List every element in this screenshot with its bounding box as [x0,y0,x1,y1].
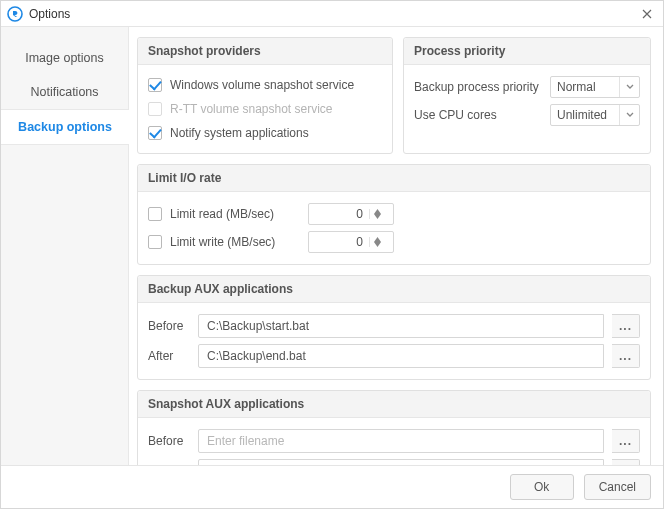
panel-snapshot-providers: Snapshot providers Windows volume snapsh… [137,37,393,154]
input-backup-before[interactable]: C:\Backup\start.bat [198,314,604,338]
footer: Ok Cancel [1,465,663,508]
options-window: Options Image options Notifications Back… [0,0,664,509]
input-limit-write[interactable] [309,235,369,249]
panel-title: Process priority [404,38,650,65]
browse-button[interactable]: ... [612,314,640,338]
arrow-down-icon[interactable] [370,242,385,247]
close-button[interactable] [637,4,657,24]
window-title: Options [29,7,637,21]
sidebar: Image options Notifications Backup optio… [1,27,129,465]
select-priority[interactable]: Normal [550,76,640,98]
label-windows-vss: Windows volume snapshot service [170,78,354,92]
label-cores: Use CPU cores [414,108,542,122]
panel-title: Limit I/O rate [138,165,650,192]
panel-process-priority: Process priority Backup process priority… [403,37,651,154]
label-before: Before [148,319,190,333]
arrow-down-icon[interactable] [370,214,385,219]
browse-button[interactable]: ... [612,429,640,453]
input-backup-after[interactable]: C:\Backup\end.bat [198,344,604,368]
input-limit-read[interactable] [309,207,369,221]
ok-button[interactable]: Ok [510,474,574,500]
sidebar-item-notifications[interactable]: Notifications [1,75,128,109]
spinner-limit-read[interactable] [308,203,394,225]
titlebar: Options [1,1,663,27]
label-limit-write: Limit write (MB/sec) [170,235,300,249]
cancel-button[interactable]: Cancel [584,474,651,500]
panel-snapshot-aux: Snapshot AUX applications Before Enter f… [137,390,651,465]
spinner-limit-write[interactable] [308,231,394,253]
browse-button[interactable]: ... [612,344,640,368]
panel-title: Backup AUX applications [138,276,650,303]
checkbox-limit-write[interactable] [148,235,162,249]
checkbox-windows-vss[interactable] [148,78,162,92]
label-priority: Backup process priority [414,80,542,94]
sidebar-item-image-options[interactable]: Image options [1,41,128,75]
input-snapshot-before[interactable]: Enter filename [198,429,604,453]
label-notify-apps: Notify system applications [170,126,309,140]
select-priority-value: Normal [557,80,596,94]
content: Snapshot providers Windows volume snapsh… [129,27,663,465]
chevron-down-icon [619,77,639,97]
app-icon [7,6,23,22]
select-cores-value: Unlimited [557,108,607,122]
panel-title: Snapshot providers [138,38,392,65]
checkbox-limit-read[interactable] [148,207,162,221]
panel-title: Snapshot AUX applications [138,391,650,418]
checkbox-notify-apps[interactable] [148,126,162,140]
panel-backup-aux: Backup AUX applications Before C:\Backup… [137,275,651,380]
panel-limit-io: Limit I/O rate Limit read (MB/sec) [137,164,651,265]
label-before: Before [148,434,190,448]
sidebar-item-backup-options[interactable]: Backup options [1,109,129,145]
label-after: After [148,349,190,363]
chevron-down-icon [619,105,639,125]
label-rtt-vss: R-TT volume snapshot service [170,102,333,116]
label-limit-read: Limit read (MB/sec) [170,207,300,221]
select-cores[interactable]: Unlimited [550,104,640,126]
checkbox-rtt-vss [148,102,162,116]
